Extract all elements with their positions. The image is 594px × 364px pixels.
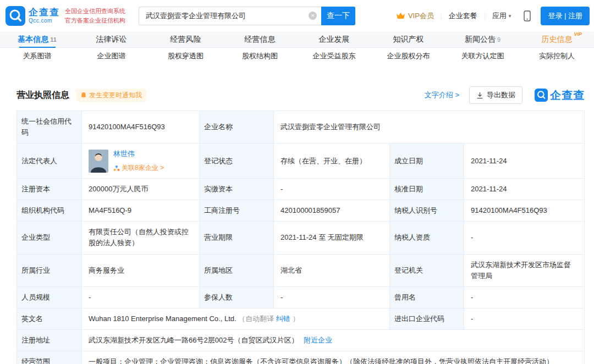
tab-label: 历史信息: [542, 35, 573, 45]
top-bar: 企查查 Qcc.com 全国企业信用查询系统 官方备案企业征信机构 × 查一下 …: [0, 0, 594, 31]
export-data-button[interactable]: 导出数据: [469, 86, 522, 104]
table-row: 注册资本 200000万元人民币 实缴资本 - 核准日期 2021-11-24: [17, 179, 585, 200]
taxpayer-id-value: 91420100MA4F516Q93: [464, 200, 585, 222]
insured-count-label: 参保人数: [200, 286, 274, 308]
table-row: 企业类型 有限责任公司（自然人投资或控股的法人独资） 营业期限 2021-11-…: [17, 222, 585, 254]
legal-rep-cell: 林世伟 关联8家企业 >: [82, 144, 200, 179]
top-right-menu: VIP会员 企业套餐 应用 ▾ 登录 | 注册: [389, 7, 590, 25]
table-row: 经营范围 一般项目：企业管理；企业管理咨询；信息咨询服务（不含许可类信息咨询服务…: [17, 351, 585, 364]
business-term-value: 2021-11-24 至 无固定期限: [274, 222, 390, 254]
subnav-actual-controller[interactable]: 实际控制人: [520, 51, 594, 61]
vip-member-link[interactable]: VIP会员: [389, 11, 441, 21]
business-license-table: 统一社会信用代码 91420100MA4F516Q93 企业名称 武汉壹捌壹零企…: [16, 111, 585, 364]
logo-cn: 企查查: [29, 8, 60, 18]
enterprise-package-link[interactable]: 企业套餐: [442, 11, 485, 21]
notify-label: 发生变更时通知我: [89, 91, 142, 100]
tab-operation-info[interactable]: 经营信息: [223, 31, 297, 47]
est-date-label: 成立日期: [390, 144, 464, 179]
qcc-logo[interactable]: 企查查 Qcc.com 全国企业信用查询系统 官方备案企业征信机构: [6, 6, 125, 26]
section-title: 营业执照信息: [16, 90, 69, 101]
slogan-line-1: 全国企业信用查询系统: [65, 7, 125, 16]
subnav-equity-distribution[interactable]: 企业股权分布: [371, 51, 446, 61]
graph-sub-nav: 关系图谱 企业图谱 股权穿透图 股权结构图 企业受益股东 企业股权分布 关联方认…: [0, 48, 594, 64]
legal-rep-avatar[interactable]: [89, 150, 108, 173]
clear-search-icon[interactable]: ×: [309, 12, 317, 20]
reg-status-label: 登记状态: [200, 144, 274, 179]
tab-intellectual-property[interactable]: 知识产权: [371, 31, 446, 47]
tab-label: 新闻公告: [465, 35, 496, 45]
search-input[interactable]: [146, 12, 309, 20]
staff-size-value: -: [82, 286, 200, 308]
subnav-company-graph[interactable]: 企业图谱: [74, 51, 148, 61]
area-label: 所属地区: [200, 254, 274, 286]
table-row: 注册地址 武汉东湖新技术开发区九峰一路66号2层002号（自贸区武汉片区） 附近…: [17, 330, 585, 351]
logo-en: Qcc.com: [29, 18, 60, 24]
industry-label: 所属行业: [17, 254, 82, 286]
tab-label: 基本信息: [18, 35, 48, 45]
subnav-equity-penetration[interactable]: 股权穿透图: [148, 51, 223, 61]
tab-operation-risk[interactable]: 经营风险: [148, 31, 223, 47]
vip-tag: VIP: [574, 31, 582, 37]
industry-value: 商务服务业: [82, 254, 200, 286]
tab-count: 9: [497, 36, 501, 43]
search-area: × 查一下: [139, 7, 355, 25]
reg-status-value: 存续（在营、开业、在册）: [274, 144, 390, 179]
paid-capital-value: -: [274, 179, 390, 200]
mobile-app-button[interactable]: [518, 10, 536, 21]
reg-address-cell: 武汉东湖新技术开发区九峰一路66号2层002号（自贸区武汉片区） 附近企业: [82, 330, 585, 351]
tab-label: 法律诉讼: [96, 35, 127, 45]
subnav-equity-structure[interactable]: 股权结构图: [223, 51, 297, 61]
search-button[interactable]: 查一下: [321, 7, 355, 25]
qcc-watermark-text: 企查查: [550, 88, 585, 103]
vip-member-label: VIP会员: [408, 11, 434, 21]
biz-reg-no-label: 工商注册号: [200, 200, 274, 222]
org-code-value: MA4F516Q-9: [82, 200, 200, 222]
tab-history-info[interactable]: 历史信息 VIP: [520, 31, 594, 47]
tab-basic-info[interactable]: 基本信息 11: [0, 31, 74, 47]
tab-legal-litigation[interactable]: 法律诉讼: [74, 31, 148, 47]
staff-size-label: 人员规模: [17, 286, 82, 308]
export-data-label: 导出数据: [487, 90, 515, 100]
auto-translate-note-close: ）: [292, 315, 299, 323]
vip-crown-icon: [396, 12, 405, 19]
legal-rep-name-link[interactable]: 林世伟: [113, 148, 164, 159]
business-scope-value: 一般项目：企业管理；企业管理咨询；信息咨询服务（不含许可类信息咨询服务）（除依法…: [82, 351, 585, 364]
subnav-beneficial-owners[interactable]: 企业受益股东: [297, 51, 371, 61]
table-row: 统一社会信用代码 91420100MA4F516Q93 企业名称 武汉壹捌壹零企…: [17, 111, 585, 144]
tab-label: 知识产权: [393, 35, 424, 45]
subnav-relationship-graph[interactable]: 关系图谱: [0, 51, 74, 61]
tab-label: 企业发展: [319, 35, 350, 45]
main-tab-bar: 基本信息 11 法律诉讼 经营风险 经营信息 企业发展 知识产权 新闻公告 9 …: [0, 31, 594, 48]
subnav-related-party-map[interactable]: 关联方认定图: [446, 51, 520, 61]
english-name-value: Wuhan 1810 Enterprise Management Co., Lt…: [89, 315, 237, 323]
qcc-logo-icon: [6, 6, 25, 26]
caret-down-icon: ▾: [509, 13, 512, 19]
english-name-label: 英文名: [17, 308, 82, 330]
legal-rep-related-link[interactable]: 关联8家企业 >: [113, 163, 164, 173]
text-intro-link[interactable]: 文字介绍 >: [425, 90, 459, 100]
correction-link[interactable]: 纠错: [276, 315, 290, 323]
enterprise-package-label: 企业套餐: [449, 11, 477, 21]
former-name-label: 曾用名: [390, 286, 464, 308]
business-scope-label: 经营范围: [17, 351, 82, 364]
mobile-phone-icon: [524, 10, 531, 21]
paid-capital-label: 实缴资本: [200, 179, 274, 200]
company-name-value: 武汉壹捌壹零企业管理有限公司: [274, 111, 585, 144]
slogan-line-2: 官方备案企业征信机构: [65, 16, 125, 25]
nearby-companies-link[interactable]: 附近企业: [304, 336, 332, 344]
legal-rep-related-label: 关联8家企业 >: [122, 163, 164, 173]
tab-company-development[interactable]: 企业发展: [297, 31, 371, 47]
table-row: 组织机构代码 MA4F516Q-9 工商注册号 420100001859057 …: [17, 200, 585, 222]
tab-news-announcements[interactable]: 新闻公告 9: [446, 31, 520, 47]
main-content: 营业执照信息 发生变更时通知我 文字介绍 > 导出数据 企查查 统一社会信用代码…: [0, 86, 594, 364]
notify-on-change-badge[interactable]: 发生变更时通知我: [76, 89, 146, 102]
reg-authority-value: 武汉东湖新技术开发区市场监督管理局: [464, 254, 585, 286]
apps-menu[interactable]: 应用 ▾: [485, 11, 519, 21]
related-companies-icon: [113, 165, 120, 172]
tab-label: 经营信息: [245, 35, 276, 45]
org-code-label: 组织机构代码: [17, 200, 82, 222]
table-row: 英文名 Wuhan 1810 Enterprise Management Co.…: [17, 308, 585, 330]
login-register-button[interactable]: 登录 | 注册: [541, 7, 590, 25]
business-term-label: 营业期限: [200, 222, 274, 254]
est-date-value: 2021-11-24: [464, 144, 585, 179]
